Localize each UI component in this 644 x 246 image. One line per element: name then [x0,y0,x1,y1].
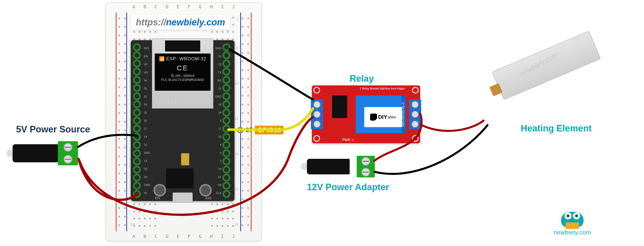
esp32-shield-label: 📶 ESP- WROOM-32 CE Ⓡ 205 - 000519 FCC ID… [155,54,211,91]
gpio-pin-name: GPIO16 [255,126,284,134]
esp32-pin-labels-right: GND2322TXRX21GND19185171640215D1D0CLK [214,47,221,194]
esp32-model: 205 - 000519 [175,74,194,78]
esp32-headers-right [222,43,232,198]
label-12v-adapter: 12V Power Adapter [307,182,389,192]
micro-usb-icon [173,192,193,203]
usb-chip-icon [166,168,194,188]
en-button [153,184,166,196]
owl-icon [561,210,584,227]
terminal-com [412,111,419,118]
relay-pwr-label: PWR [342,138,354,142]
jack-body [307,159,350,174]
bb-rail-neg-left [126,13,127,231]
label-5v-power: 5V Power Source [16,124,90,135]
12v-power-jack [307,155,375,178]
relay-top-text: 1 Relay Module high/low level trigger [327,87,405,90]
heater-plate [492,31,601,100]
bb-columns-bot: ABCDEFGHIJ [106,234,262,240]
url-brand: newbiely [166,17,204,27]
wire-relayno-heater [421,121,484,131]
relay-ic-icon [332,95,347,118]
io0-label: IO0 [205,196,211,200]
url-watermark: https://newbiely.com [131,15,230,30]
mount-hole-icon [313,135,320,142]
relay-brand: DIYables [364,107,402,127]
pwr-led-icon [351,138,354,141]
esp32-pin-labels-left: 3V3ENVPVN343532332526271412GND13D2D3CMD5… [144,47,151,194]
esp32-shield: 📶 ESP- WROOM-32 CE Ⓡ 205 - 000519 FCC ID… [152,38,213,109]
logo-caption: newbiely.com [553,229,591,236]
terminal-gnd [313,101,320,108]
bb-rail-pos-right [251,13,252,231]
esp32-headers-left [133,43,143,198]
terminal-vcc [313,121,320,128]
terminal-in [313,111,320,118]
relay-input-terminals [311,100,323,129]
mount-hole-icon [412,87,419,93]
capacitor-icon [181,153,189,165]
label-relay: Relay [350,73,374,84]
pin-ring-icon [237,127,244,133]
brand-logo-icon [370,114,377,121]
terminal-nc [412,101,419,108]
relay-cube-text: SRD-05VDC-SL-C [401,95,406,133]
bb-rail-holes-left [118,14,126,230]
5v-power-jack [13,141,78,166]
terminal-no [412,121,419,128]
io0-button [199,184,212,196]
antenna-icon [165,40,200,52]
esp32-shield-title: ESP- WROOM-32 [166,56,206,61]
mount-hole-icon [313,87,320,93]
en-label: EN [155,196,160,200]
relay-output-terminals [409,100,421,129]
screw-terminal-pos [64,155,72,164]
jack-terminal-block [357,156,375,177]
screw-terminal-pos [361,157,370,166]
screw-terminal-neg [361,168,370,176]
bb-rail-pos-left [116,13,116,231]
wiring-diagram: ABCDEFGHIJ ABCDEFGHIJ 151015202530 15101… [0,0,644,246]
bb-rail-neg-right [240,13,241,231]
url-suffix: .com [204,17,225,27]
bb-columns-top: ABCDEFGHIJ [106,4,262,10]
bb-rail-holes-right [242,14,249,230]
ce-mark: CE [155,64,211,72]
url-prefix: https:// [136,17,166,27]
relay-brand-main: DIY [378,114,387,120]
esp32-board: 3V3ENVPVN343532332526271412GND13D2D3CMD5… [131,40,234,201]
gpio-callout: 27 GPIO16 [237,126,284,134]
esp32-fcc: FCC ID:2AC72-ESPWROOM32 [155,78,211,82]
jack-terminal-block [58,141,78,165]
shield-leads [156,96,210,106]
screw-terminal-neg [64,143,72,152]
gpio-pin-number: 27 [246,126,253,134]
heating-element: newbiely.com [452,3,619,156]
relay-brand-suffix: ables [388,115,396,119]
mount-hole-icon [412,135,419,142]
relay-module: 1 Relay Module high/low level trigger SR… [312,85,420,143]
jack-body [13,144,58,162]
newbiely-logo: newbiely.com [553,210,591,236]
